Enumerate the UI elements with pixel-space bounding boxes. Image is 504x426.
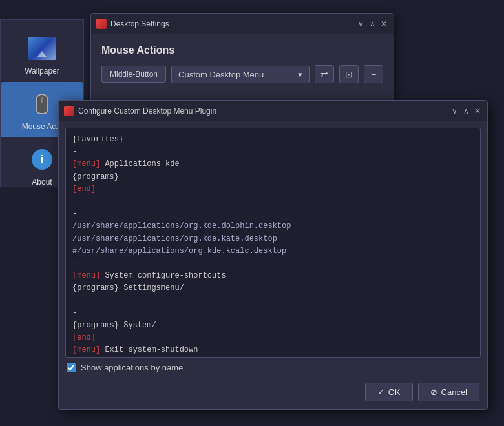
mouse-icon-box	[26, 88, 58, 119]
cancel-button[interactable]: ⊘ Cancel	[418, 383, 479, 401]
line-2: -	[72, 146, 474, 158]
maximize-button[interactable]: ∧	[368, 19, 377, 28]
configure-app-icon	[64, 106, 74, 116]
configure-title: Configure Custom Desktop Menu Plugin	[78, 107, 216, 116]
line-3: [menu] Applications kde	[72, 158, 474, 170]
checkmark-icon: ✓	[377, 387, 384, 397]
about-icon-box: i	[26, 144, 58, 175]
line-1: {favorites}	[72, 134, 474, 146]
middle-button-btn[interactable]: Middle-Button	[101, 66, 166, 83]
line-16: {programs} System/	[72, 320, 474, 332]
line-11: -	[72, 258, 474, 270]
line-18: [menu] Exit system-shutdown	[72, 344, 474, 356]
action-row: Middle-Button Custom Desktop Menu ▾ ⇄ ⊡ …	[101, 65, 383, 83]
configure-titlebar-left: Configure Custom Desktop Menu Plugin	[64, 106, 216, 116]
line-9: /usr/share/applications/org.kde.kate.des…	[72, 233, 474, 245]
ok-button[interactable]: ✓ OK	[365, 383, 413, 401]
titlebar-controls: ∨ ∧ ✕	[356, 19, 388, 28]
close-button[interactable]: ✕	[379, 19, 388, 28]
chevron-down-icon: ▾	[298, 70, 302, 79]
cancel-icon: ⊘	[430, 387, 437, 397]
configure-window: Configure Custom Desktop Menu Plugin ∨ ∧…	[58, 100, 488, 410]
cancel-label: Cancel	[441, 387, 467, 397]
checkbox-label: Show applications by name	[81, 363, 183, 372]
configure-minimize-button[interactable]: ∨	[450, 107, 459, 116]
configure-close-button[interactable]: ✕	[473, 107, 482, 116]
line-15: -	[72, 307, 474, 320]
transfer-icon-btn[interactable]: ⇄	[315, 65, 334, 83]
desktop-settings-title: Desktop Settings	[110, 19, 169, 28]
wallpaper-icon-box	[26, 33, 58, 64]
configure-titlebar-controls: ∨ ∧ ✕	[450, 107, 482, 116]
line-10: #/usr/share/applications/org.kde.kcalc.d…	[72, 245, 474, 258]
line-8: /usr/share/applications/org.kde.dolphin.…	[72, 220, 474, 232]
line-17: [end]	[72, 332, 474, 344]
action-dropdown[interactable]: Custom Desktop Menu ▾	[171, 66, 310, 83]
line-7: -	[72, 208, 474, 220]
wallpaper-icon	[28, 37, 56, 60]
line-13: {programs} Settingsmenu/	[72, 282, 474, 294]
expand-icon-btn[interactable]: ⊡	[339, 65, 359, 83]
section-title: Mouse Actions	[101, 45, 383, 56]
titlebar-left: Desktop Settings	[96, 19, 169, 29]
line-14	[72, 294, 474, 307]
configure-titlebar: Configure Custom Desktop Menu Plugin ∨ ∧…	[59, 101, 487, 121]
minus-icon-btn[interactable]: −	[364, 65, 383, 83]
sidebar-item-label-mouse: Mouse Ac...	[22, 122, 63, 131]
about-icon: i	[32, 149, 52, 170]
line-4: {programs}	[72, 171, 474, 183]
sidebar-item-label-about: About	[32, 178, 52, 187]
text-editor[interactable]: {favorites} - [menu] Applications kde {p…	[65, 128, 481, 358]
sidebar-item-label-wallpaper: Wallpaper	[25, 66, 59, 76]
line-19: Lock system-lock-screen qdbus6 org.kde.K…	[72, 356, 474, 358]
app-icon-small	[96, 19, 107, 29]
mouse-icon	[36, 94, 48, 114]
line-12: [menu] System configure-shortcuts	[72, 270, 474, 282]
sidebar-item-wallpaper[interactable]: Wallpaper	[1, 26, 83, 82]
desktop-settings-content: Mouse Actions Middle-Button Custom Deskt…	[91, 34, 394, 94]
bottom-buttons: ✓ OK ⊘ Cancel	[65, 378, 481, 403]
show-apps-checkbox[interactable]	[67, 363, 76, 372]
desktop-settings-titlebar: Desktop Settings ∨ ∧ ✕	[91, 14, 394, 34]
minimize-button[interactable]: ∨	[356, 19, 365, 28]
configure-content: {favorites} - [menu] Applications kde {p…	[59, 121, 487, 409]
ok-label: OK	[388, 387, 401, 397]
line-5: [end]	[72, 183, 474, 196]
configure-maximize-button[interactable]: ∧	[461, 107, 470, 116]
checkbox-row: Show applications by name	[65, 358, 481, 378]
dropdown-value: Custom Desktop Menu	[178, 70, 264, 79]
desktop: Wallpaper Mouse Ac... i About Desktop Se…	[0, 0, 504, 426]
line-6	[72, 196, 474, 208]
